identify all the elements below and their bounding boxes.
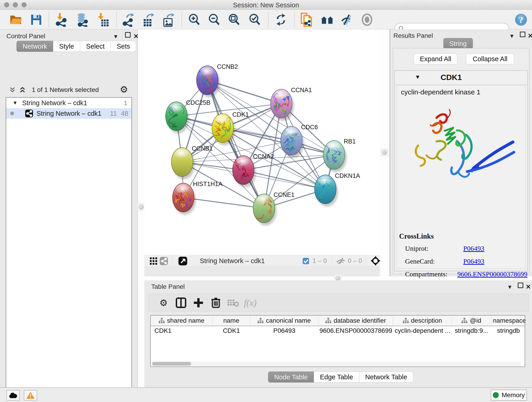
node-label: CDK1 — [232, 111, 249, 118]
toolbar-divider — [365, 256, 365, 265]
network-node[interactable]: CCNB1 — [171, 145, 213, 179]
show-columns-icon[interactable] — [174, 296, 188, 309]
hidden-eye-icon — [336, 258, 346, 264]
crosslink-row: GeneCard:P06493 — [399, 257, 527, 265]
network-canvas[interactable]: CCNB2CCNA1CDC25BCDK1CDC6RB1CCNB1CCNA2CDK… — [144, 29, 380, 255]
network-node[interactable]: RB1 — [323, 138, 356, 172]
panel-menu-icon[interactable]: ▾ — [510, 32, 513, 40]
crosslink-link[interactable]: P06493 — [463, 245, 484, 252]
expand-all-icon[interactable] — [19, 87, 26, 94]
panel-close-icon[interactable]: ✕ — [526, 283, 531, 291]
zoom-out-icon[interactable] — [207, 13, 221, 27]
table-cell[interactable]: CDK1 — [213, 326, 250, 335]
export-table-icon[interactable] — [142, 13, 155, 27]
birdseye-crosshair-icon[interactable] — [371, 256, 380, 266]
show-all-icon[interactable] — [360, 13, 374, 27]
network-node[interactable]: CCNE1 — [253, 191, 295, 225]
crosslink-link[interactable]: P06493 — [463, 257, 484, 265]
import-network-file-icon[interactable] — [55, 13, 69, 27]
node-table[interactable]: shared namenamecanonical namedatabase id… — [150, 315, 525, 367]
collection-caret-icon[interactable]: ▼ — [13, 100, 18, 106]
table-cell[interactable]: stringdb — [491, 326, 526, 335]
first-neighbors-icon[interactable] — [320, 13, 334, 27]
network-node[interactable]: CCNA2 — [233, 153, 274, 187]
tab-network[interactable]: Network — [17, 41, 53, 52]
gene-name: CDK1 — [441, 73, 462, 82]
tab-node-table[interactable]: Node Table — [268, 371, 314, 383]
tab-style[interactable]: Style — [53, 41, 80, 52]
right-splitter-handle[interactable] — [380, 148, 388, 156]
expand-all-button[interactable]: Expand All — [414, 53, 457, 64]
zoom-selected-icon[interactable] — [248, 13, 262, 27]
panel-menu-icon[interactable]: ▾ — [508, 283, 511, 291]
crosslink-link[interactable]: 9606.ENSP00000378699 — [457, 270, 527, 278]
import-table-icon[interactable] — [96, 13, 110, 27]
column-header-name[interactable]: name — [213, 316, 250, 326]
scrollbar-thumb[interactable] — [152, 362, 191, 366]
network-view-mode-icon[interactable] — [159, 257, 168, 265]
column-header-description[interactable]: description — [393, 316, 452, 326]
table-cell[interactable]: P06493 — [250, 326, 318, 335]
gene-detail-card: cyclin-dependent kinase 1 — [397, 85, 526, 269]
gene-section-header[interactable]: ▼ CDK1 — [395, 70, 527, 85]
zoom-in-icon[interactable] — [187, 13, 201, 27]
detach-view-icon[interactable] — [178, 256, 187, 266]
network-node[interactable]: HIST1H1A — [172, 181, 222, 215]
column-header-canonical-name[interactable]: canonical name — [250, 316, 318, 326]
collapse-all-icon[interactable] — [9, 87, 16, 94]
column-header-shared-name[interactable]: shared name — [151, 316, 213, 326]
add-column-icon[interactable] — [192, 296, 205, 309]
zoom-fit-icon[interactable] — [227, 13, 241, 27]
panel-menu-icon[interactable]: ▾ — [114, 32, 117, 40]
import-network-database-icon[interactable] — [75, 13, 89, 27]
table-horizontal-scrollbar[interactable] — [151, 361, 520, 366]
toolbar-divider — [332, 256, 332, 265]
left-splitter-handle[interactable] — [137, 203, 145, 211]
help-icon[interactable]: ? — [514, 13, 528, 27]
network-options-gear-icon[interactable]: ⚙ — [120, 85, 128, 94]
export-image-icon[interactable] — [162, 13, 176, 27]
panel-float-icon[interactable] — [520, 32, 525, 37]
delete-column-icon[interactable] — [209, 296, 222, 309]
selected-checkbox-icon[interactable] — [302, 258, 309, 264]
table-row[interactable]: CDK1CDK1P064939606.ENSP00000378699cyclin… — [151, 326, 525, 335]
gene-description: cyclin-dependent kinase 1 — [401, 88, 481, 96]
open-session-icon[interactable] — [9, 13, 23, 27]
network-node[interactable]: CCNB2 — [196, 63, 238, 97]
memory-button[interactable]: Memory — [491, 390, 527, 401]
tab-network-table[interactable]: Network Table — [359, 371, 413, 383]
network-node[interactable]: CDKN1A — [315, 172, 360, 206]
table-cell[interactable]: CDK1 — [151, 326, 213, 335]
network-list-header: 1 of 1 Network selected ⚙ — [6, 84, 132, 96]
tab-sets[interactable]: Sets — [111, 41, 136, 52]
cloud-status-button[interactable] — [6, 390, 20, 401]
column-header-database-identifier[interactable]: database identifier — [318, 316, 393, 326]
table-cell[interactable]: 9606.ENSP00000378699 — [318, 326, 393, 335]
shared-column-icon — [403, 318, 409, 323]
network-node[interactable]: CCNA1 — [271, 87, 312, 121]
network-row[interactable]: String Network – cdk1 11 48 — [6, 108, 132, 119]
table-cell[interactable]: stringdb:9... — [452, 326, 491, 335]
network-node[interactable]: CDC6 — [281, 124, 318, 158]
tab-edge-table[interactable]: Edge Table — [314, 371, 359, 383]
panel-float-icon[interactable] — [518, 283, 523, 288]
panel-close-icon[interactable]: ✕ — [528, 32, 532, 40]
tab-string[interactable]: String — [443, 38, 473, 49]
section-caret-icon[interactable]: ▼ — [415, 74, 420, 80]
hide-selected-icon[interactable] — [340, 13, 354, 27]
save-session-icon[interactable] — [29, 13, 43, 27]
panel-float-icon[interactable] — [125, 32, 131, 38]
tab-select[interactable]: Select — [80, 41, 111, 52]
refresh-icon[interactable] — [274, 13, 288, 27]
column-header-namespace[interactable]: namespace — [491, 316, 526, 326]
export-network-icon[interactable] — [122, 13, 136, 27]
collapse-all-button[interactable]: Collapse All — [466, 53, 514, 64]
node-label: HIST1H1A — [193, 181, 222, 187]
table-options-gear-icon[interactable]: ⚙ — [157, 296, 170, 309]
grid-view-icon[interactable] — [150, 257, 158, 265]
table-cell[interactable]: cyclin-dependent ... — [393, 326, 452, 335]
column-header--id[interactable]: @id — [452, 316, 491, 326]
warnings-button[interactable] — [24, 390, 37, 401]
network-collection-row[interactable]: ▼ String Network – cdk1 1 — [6, 98, 132, 108]
duplicate-network-icon[interactable] — [300, 13, 313, 27]
